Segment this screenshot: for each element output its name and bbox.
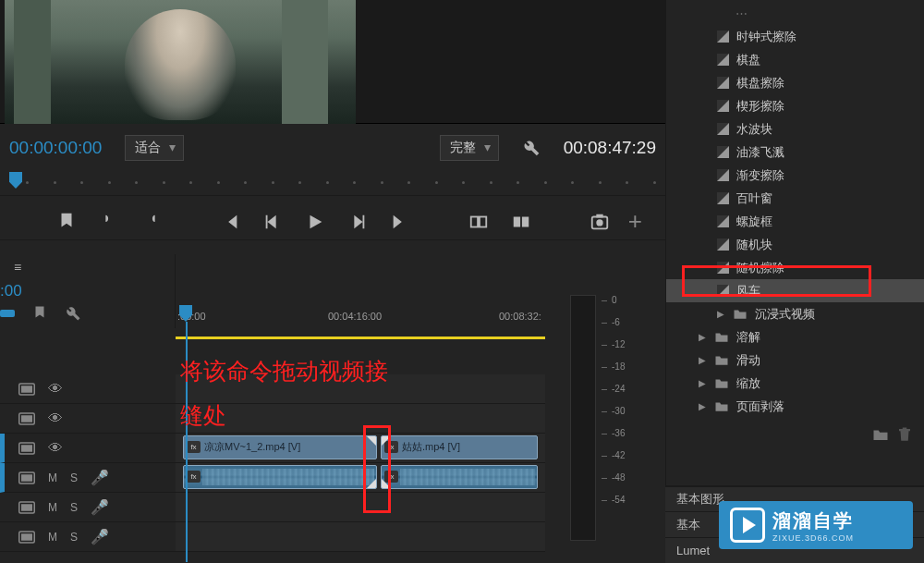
toggle-output-icon[interactable] [18, 531, 35, 544]
step-back-icon[interactable] [262, 212, 283, 232]
effect-item-waterblock[interactable]: 水波块 [666, 117, 924, 141]
extract-icon[interactable] [511, 212, 531, 232]
audio-track-a2[interactable] [176, 493, 545, 522]
effect-item-randomblock[interactable]: 随机块 [666, 233, 924, 256]
preview-controls-bar: 00:00:00:00 适合 完整 00:08:47:29 [0, 129, 665, 166]
video-preview-frame [5, 0, 356, 124]
timecode-current[interactable]: 00:00:00:00 [9, 138, 102, 158]
timeline-menu-icon[interactable]: ≡ [14, 260, 21, 275]
effect-item-paintsplat[interactable]: 油漆飞溅 [666, 141, 924, 164]
effect-item-wedgewipe[interactable]: 楔形擦除 [666, 94, 924, 117]
folder-slide[interactable]: ▶滑动 [666, 349, 924, 372]
mute-button[interactable]: M [48, 531, 57, 544]
audio-level-meter: 0 -6 -12 -18 -24 -30 -36 -42 -48 -54 [561, 282, 649, 550]
effect-item-clockwipe[interactable]: 时钟式擦除 [666, 25, 924, 48]
track-header-a1[interactable]: M S 🎤 [0, 463, 176, 493]
toggle-output-icon[interactable] [18, 442, 35, 455]
out-point-icon[interactable] [141, 212, 162, 232]
chevron-right-icon: ▶ [699, 401, 710, 411]
track-header-a2[interactable]: M S 🎤 [0, 493, 176, 522]
go-to-in-icon[interactable] [220, 212, 240, 232]
effect-item-gradwipe[interactable]: 渐变擦除 [666, 164, 924, 187]
linked-selection-icon[interactable] [31, 305, 48, 322]
in-point-icon[interactable] [99, 212, 119, 232]
snap-icon[interactable] [0, 310, 15, 317]
zoom-fit-dropdown[interactable]: 适合 [125, 135, 184, 161]
voiceover-icon[interactable]: 🎤 [91, 528, 109, 545]
visibility-icon[interactable]: 👁 [48, 440, 65, 457]
mute-button[interactable]: M [48, 501, 57, 514]
svg-rect-16 [21, 504, 32, 511]
chevron-right-icon: ▶ [699, 378, 710, 388]
solo-button[interactable]: S [70, 471, 78, 484]
go-to-out-icon[interactable] [390, 212, 410, 232]
meter-bar [570, 295, 596, 541]
solo-button[interactable]: S [70, 531, 78, 544]
mute-button[interactable]: M [48, 471, 57, 484]
folder-dissolve[interactable]: ▶溶解 [666, 325, 924, 349]
play-icon[interactable] [305, 212, 325, 232]
audio-clip[interactable]: fx [183, 465, 377, 489]
preview-markers-row[interactable] [0, 168, 665, 196]
preview-ticks [26, 181, 656, 190]
step-forward-icon[interactable] [347, 212, 368, 232]
solo-button[interactable]: S [70, 501, 78, 514]
settings-wrench-icon[interactable] [522, 139, 541, 157]
visibility-icon[interactable]: 👁 [48, 381, 65, 398]
track-header-a3[interactable]: M S 🎤 [0, 522, 176, 552]
video-track-v1[interactable]: fx 凉凉MV~1_2.mp4 [V] fx 姑姑.mp4 [V] [176, 434, 545, 463]
effect-item-randomwipe[interactable]: 随机擦除 [666, 256, 924, 279]
toggle-output-icon[interactable] [18, 501, 35, 514]
track-header-v1[interactable]: 👁 [0, 404, 176, 434]
watermark-title: 溜溜自学 [772, 508, 854, 533]
effect-item-blinds[interactable]: 百叶窗 [666, 187, 924, 210]
work-area-bar[interactable] [176, 337, 545, 339]
effect-item-pinwheel[interactable]: 风车 [666, 279, 924, 302]
clip-label: 姑姑.mp4 [V] [402, 440, 460, 454]
audio-track-a3[interactable] [176, 522, 545, 552]
track-header-v2[interactable]: 👁 [0, 374, 176, 404]
effects-list[interactable]: ⋯ 时钟式擦除 棋盘 棋盘擦除 楔形擦除 水波块 油漆飞溅 渐变擦除 百叶窗 螺… [666, 0, 924, 418]
effect-item-spiralbox[interactable]: 螺旋框 [666, 210, 924, 233]
panel-footer-actions [872, 426, 913, 443]
fx-badge-icon[interactable]: fx [187, 441, 201, 453]
fx-badge-icon[interactable]: fx [187, 471, 201, 483]
effect-preset-icon [717, 285, 729, 297]
effect-item-checkerwipe[interactable]: 棋盘擦除 [666, 71, 924, 94]
add-button-icon[interactable]: + [628, 207, 642, 236]
timeline-wrench-icon[interactable] [65, 305, 81, 322]
ruler-mark: 00:08:32: [499, 311, 541, 322]
video-clip[interactable]: fx 凉凉MV~1_2.mp4 [V] [183, 435, 377, 459]
chevron-right-icon: ▶ [699, 332, 710, 342]
voiceover-icon[interactable]: 🎤 [91, 498, 109, 516]
audio-track-a1[interactable]: fx fx [176, 463, 545, 493]
toggle-output-icon[interactable] [18, 471, 35, 484]
preview-playhead-icon[interactable] [9, 172, 22, 189]
folder-zoom[interactable]: ▶缩放 [666, 372, 924, 395]
track-header-active[interactable]: 👁 [0, 434, 176, 463]
delete-icon[interactable] [896, 426, 913, 443]
marker-add-icon[interactable] [56, 212, 77, 232]
lift-icon[interactable] [468, 212, 489, 232]
svg-rect-12 [21, 445, 32, 452]
effect-item-checker[interactable]: 棋盘 [666, 48, 924, 71]
export-frame-icon[interactable] [590, 212, 610, 232]
folder-immersive[interactable]: ▶沉浸式视频 [666, 302, 924, 325]
svg-rect-0 [470, 216, 477, 226]
effect-item[interactable]: ⋯ [666, 2, 924, 25]
visibility-icon[interactable]: 👁 [48, 410, 65, 427]
voiceover-icon[interactable]: 🎤 [91, 469, 109, 486]
timeline-ruler[interactable]: :00:00 00:04:16:00 00:08:32: [176, 305, 545, 333]
transport-controls: + [0, 203, 665, 240]
new-bin-icon[interactable] [872, 426, 889, 443]
video-clip[interactable]: fx 姑姑.mp4 [V] [381, 435, 538, 459]
track-headers: 👁 👁 👁 M S 🎤 M S 🎤 M S 🎤 [0, 374, 176, 552]
audio-clip[interactable]: fx [381, 465, 538, 489]
timeline-current-time[interactable]: :00 [0, 282, 22, 300]
quality-dropdown[interactable]: 完整 [440, 135, 499, 161]
toggle-output-icon[interactable] [18, 412, 35, 425]
folder-pagepeel[interactable]: ▶页面剥落 [666, 395, 924, 418]
effects-panel: ⋯ 时钟式擦除 棋盘 棋盘擦除 楔形擦除 水波块 油漆飞溅 渐变擦除 百叶窗 螺… [665, 0, 924, 563]
clip-label: 凉凉MV~1_2.mp4 [V] [204, 440, 300, 454]
toggle-output-icon[interactable] [18, 383, 35, 396]
